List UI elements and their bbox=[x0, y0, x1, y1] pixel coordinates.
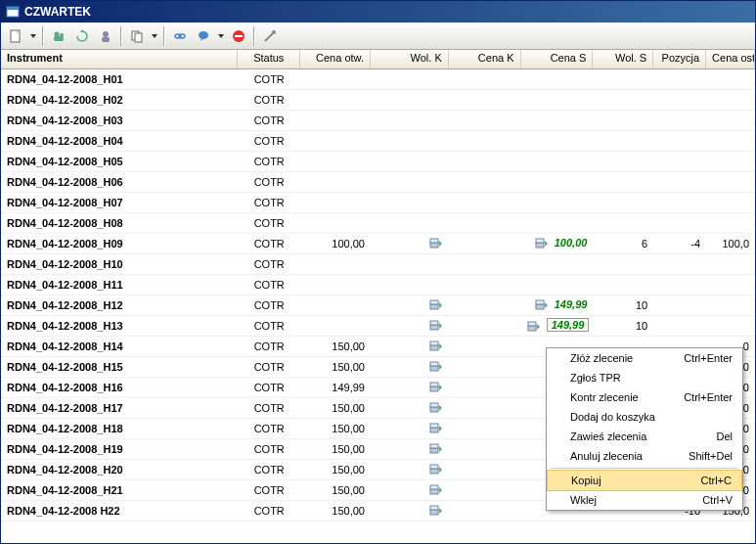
context-menu-item[interactable]: KopiujCtrl+C bbox=[547, 470, 742, 491]
cell-cenaotw bbox=[300, 77, 371, 81]
cell-cenaotw: 150,00 bbox=[300, 359, 371, 375]
col-wolk[interactable]: Wol. K bbox=[371, 50, 449, 68]
cell-instrument: RDN4_04-12-2008_H01 bbox=[1, 71, 238, 87]
context-menu-item[interactable]: Zawieś zleceniaDel bbox=[547, 427, 742, 446]
refresh-button[interactable] bbox=[71, 25, 93, 47]
table-row[interactable]: RDN4_04-12-2008_H13COTR 149,9910 bbox=[1, 316, 755, 337]
context-menu-item[interactable]: Złóż zlecenieCtrl+Enter bbox=[547, 348, 742, 368]
svg-rect-40 bbox=[430, 469, 438, 474]
cell-status: COTR bbox=[238, 215, 300, 231]
order-icon bbox=[429, 340, 443, 353]
col-cenaost[interactable]: Cena ost. bbox=[706, 50, 755, 68]
cell-cenak bbox=[449, 262, 521, 266]
user-button[interactable] bbox=[95, 25, 116, 47]
table-row[interactable]: RDN4_04-12-2008_H09COTR100,00 100,006-41… bbox=[1, 234, 755, 254]
svg-rect-37 bbox=[430, 424, 438, 428]
cell-instrument: RDN4_04-12-2008_H17 bbox=[1, 400, 238, 416]
cell-instrument: RDN4_04-12-2008_H08 bbox=[1, 215, 238, 231]
cell-status: COTR bbox=[238, 154, 300, 169]
context-menu-label: Złóż zlecenie bbox=[570, 352, 633, 364]
cell-status: COTR bbox=[238, 92, 300, 108]
comment-dropdown[interactable] bbox=[216, 25, 226, 47]
cell-instrument: RDN4_04-12-2008_H20 bbox=[1, 462, 238, 477]
toolbar-separator bbox=[163, 26, 165, 46]
new-document-button[interactable] bbox=[5, 25, 26, 47]
col-wols[interactable]: Wol. S bbox=[593, 50, 653, 68]
cell-cenas bbox=[521, 180, 594, 184]
stop-button[interactable] bbox=[228, 25, 249, 47]
toolbar-separator bbox=[120, 26, 122, 46]
col-cenak[interactable]: Cena K bbox=[449, 50, 521, 68]
copy-dropdown[interactable] bbox=[150, 25, 159, 47]
table-row[interactable]: RDN4_04-12-2008_H10COTR bbox=[1, 254, 755, 275]
svg-rect-9 bbox=[135, 33, 142, 42]
cell-instrument: RDN4_04-12-2008_H16 bbox=[1, 380, 238, 395]
col-cenaotw[interactable]: Cena otw. bbox=[300, 50, 371, 68]
titlebar: CZWARTEK bbox=[1, 1, 755, 23]
cell-cenaotw bbox=[300, 262, 371, 266]
tools-button[interactable] bbox=[259, 25, 281, 47]
svg-point-6 bbox=[103, 31, 109, 37]
cell-wols: 6 bbox=[593, 236, 653, 251]
context-menu-item[interactable]: Dodaj do koszyka bbox=[547, 407, 742, 427]
svg-rect-1 bbox=[7, 7, 19, 10]
context-menu: Złóż zlecenieCtrl+EnterZgłoś TPRKontr zl… bbox=[546, 347, 743, 511]
cell-cenaost bbox=[706, 324, 755, 328]
cell-status: COTR bbox=[238, 133, 300, 149]
svg-rect-30 bbox=[430, 366, 438, 371]
table-row[interactable]: RDN4_04-12-2008_H03COTR bbox=[1, 111, 755, 131]
cell-cenas bbox=[521, 262, 594, 266]
order-icon bbox=[429, 422, 443, 435]
cell-cenak bbox=[449, 118, 521, 122]
cell-cenaotw bbox=[300, 118, 371, 122]
col-instrument[interactable]: Instrument bbox=[1, 50, 238, 68]
cell-poz bbox=[653, 118, 706, 122]
users-button[interactable] bbox=[48, 25, 69, 47]
cell-poz bbox=[653, 98, 706, 102]
col-status[interactable]: Status bbox=[238, 50, 300, 68]
context-menu-item[interactable]: WklejCtrl+V bbox=[547, 490, 742, 510]
new-document-dropdown[interactable] bbox=[28, 25, 38, 47]
cell-status: COTR bbox=[238, 441, 300, 457]
cell-poz: -4 bbox=[653, 236, 706, 251]
cell-instrument: RDN4_04-12-2008_H14 bbox=[1, 339, 238, 354]
cell-status: COTR bbox=[238, 256, 300, 272]
col-cenas[interactable]: Cena S bbox=[521, 50, 594, 68]
table-row[interactable]: RDN4_04-12-2008_H12COTR 149,9910 bbox=[1, 295, 755, 316]
link-button[interactable] bbox=[169, 25, 191, 47]
cell-wolk bbox=[371, 379, 449, 396]
table-row[interactable]: RDN4_04-12-2008_H02COTR bbox=[1, 90, 755, 111]
context-menu-item[interactable]: Anuluj zleceniaShift+Del bbox=[547, 446, 742, 466]
cell-cenaotw bbox=[300, 139, 371, 143]
cell-poz bbox=[653, 180, 706, 184]
table-row[interactable]: RDN4_04-12-2008_H06COTR bbox=[1, 172, 755, 193]
table-row[interactable]: RDN4_04-12-2008_H01COTR bbox=[1, 69, 755, 90]
cell-cenaost bbox=[706, 283, 755, 287]
table-row[interactable]: RDN4_04-12-2008_H08COTR bbox=[1, 213, 755, 234]
svg-rect-25 bbox=[430, 321, 438, 325]
table-row[interactable]: RDN4_04-12-2008_H07COTR bbox=[1, 193, 755, 213]
cell-status: COTR bbox=[238, 359, 300, 375]
svg-rect-45 bbox=[430, 506, 438, 510]
context-menu-item[interactable]: Kontr zlecenieCtrl+Enter bbox=[547, 387, 742, 407]
table-row[interactable]: RDN4_04-12-2008_H11COTR bbox=[1, 275, 755, 295]
col-pozycja[interactable]: Pozycja bbox=[653, 50, 706, 68]
cell-status: COTR bbox=[238, 482, 300, 498]
cell-poz bbox=[653, 262, 706, 266]
cell-instrument: RDN4_04-12-2008_H11 bbox=[1, 277, 238, 293]
cell-wolk bbox=[371, 338, 449, 355]
cell-wolk bbox=[371, 159, 449, 163]
cell-cenaotw bbox=[300, 98, 371, 102]
svg-rect-5 bbox=[54, 36, 64, 41]
cell-cenak bbox=[449, 324, 521, 328]
svg-rect-42 bbox=[430, 489, 438, 494]
cell-status: COTR bbox=[238, 421, 300, 436]
svg-rect-36 bbox=[430, 428, 438, 432]
cell-instrument: RDN4_04-12-2008_H02 bbox=[1, 92, 238, 108]
comment-button[interactable] bbox=[193, 25, 214, 47]
cell-wols bbox=[593, 77, 653, 81]
context-menu-item[interactable]: Zgłoś TPR bbox=[547, 368, 742, 387]
copy-button[interactable] bbox=[126, 25, 148, 47]
table-row[interactable]: RDN4_04-12-2008_H04COTR bbox=[1, 131, 755, 152]
table-row[interactable]: RDN4_04-12-2008_H05COTR bbox=[1, 152, 755, 172]
